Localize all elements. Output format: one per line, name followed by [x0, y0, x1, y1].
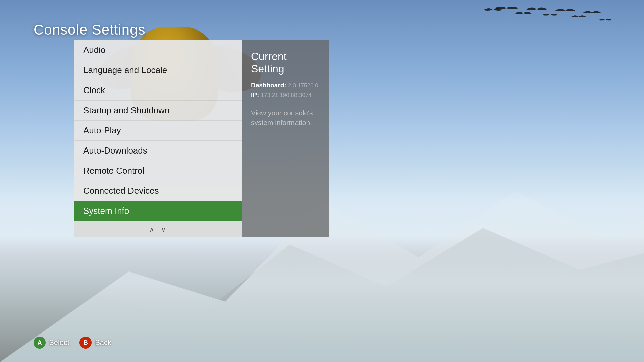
scroll-down-icon[interactable]: ∨: [161, 225, 166, 233]
menu-item-devices[interactable]: Connected Devices: [74, 181, 241, 201]
b-button-label: B: [84, 339, 88, 346]
ip-label: IP:: [251, 91, 259, 98]
a-button-label: A: [38, 339, 42, 346]
birds-decoration: [476, 7, 610, 57]
bird-2: [515, 12, 532, 14]
menu-item-audio[interactable]: Audio: [74, 40, 241, 60]
dashboard-row: Dashboard: 2.0.17526.0: [251, 82, 319, 89]
dashboard-value: 2.0.17526.0: [288, 82, 318, 89]
settings-container: AudioLanguage and LocaleClockStartup and…: [74, 40, 329, 237]
a-button[interactable]: A: [34, 337, 46, 349]
menu-item-autoplay[interactable]: Auto-Play: [74, 121, 241, 141]
bird-1: [495, 7, 518, 9]
detail-description: View your console's system information.: [251, 108, 319, 128]
bird-6: [571, 15, 586, 17]
scroll-up-icon[interactable]: ∧: [149, 225, 154, 233]
bird-5: [555, 9, 575, 11]
menu-list: AudioLanguage and LocaleClockStartup and…: [74, 40, 241, 237]
select-label: Select: [49, 338, 69, 347]
detail-panel: Current Setting Dashboard: 2.0.17526.0 I…: [241, 40, 329, 237]
dashboard-label: Dashboard:: [251, 82, 286, 89]
menu-item-startup[interactable]: Startup and Shutdown: [74, 101, 241, 121]
back-control: B Back: [79, 337, 111, 349]
bottom-controls: A Select B Back: [34, 337, 111, 349]
select-control: A Select: [34, 337, 69, 349]
menu-item-sysinfo[interactable]: System Info: [74, 201, 241, 221]
menu-item-autodownloads[interactable]: Auto-Downloads: [74, 141, 241, 161]
bird-4: [542, 14, 558, 16]
page-title: Console Settings: [34, 22, 146, 38]
scroll-controls: ∧ ∨: [74, 221, 241, 237]
bird-3: [526, 8, 547, 10]
menu-items: AudioLanguage and LocaleClockStartup and…: [74, 40, 241, 221]
menu-item-clock[interactable]: Clock: [74, 80, 241, 101]
ip-row: IP: 173.21.190.88:3074: [251, 91, 319, 99]
menu-item-remote[interactable]: Remote Control: [74, 161, 241, 181]
b-button[interactable]: B: [79, 337, 92, 349]
detail-title: Current Setting: [251, 50, 319, 75]
ip-value: 173.21.190.88:3074: [261, 92, 312, 98]
bird-8: [599, 19, 612, 20]
menu-item-language[interactable]: Language and Locale: [74, 60, 241, 80]
back-label: Back: [95, 338, 111, 347]
bird-7: [583, 11, 601, 13]
